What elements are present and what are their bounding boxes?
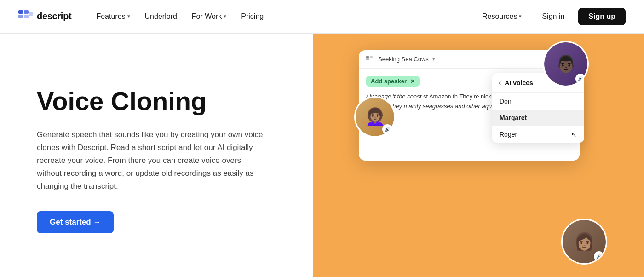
nav-features[interactable]: Features ▾ bbox=[90, 9, 136, 24]
hero-title: Voice Cloning bbox=[37, 87, 285, 115]
add-speaker-tag[interactable]: Add speaker ✕ bbox=[366, 76, 420, 87]
svg-rect-3 bbox=[24, 15, 29, 18]
logo[interactable]: descript bbox=[18, 10, 71, 23]
nav-pricing[interactable]: Pricing bbox=[235, 9, 270, 24]
hero-section: Voice Cloning Generate speech that sound… bbox=[0, 34, 644, 277]
signin-link[interactable]: Sign in bbox=[535, 9, 571, 24]
avatar-margaret: 👩🏽‍🦱 🔊 bbox=[354, 96, 396, 138]
hero-cta-button[interactable]: Get started → bbox=[37, 211, 114, 233]
for-work-chevron-icon: ▾ bbox=[224, 13, 226, 19]
resources-chevron-icon: ▾ bbox=[519, 13, 522, 19]
features-chevron-icon: ▾ bbox=[127, 13, 130, 19]
svg-rect-2 bbox=[24, 10, 29, 14]
card-header-chevron-icon: ▾ bbox=[432, 56, 435, 62]
nav-right: Resources ▾ Sign in Sign up bbox=[476, 8, 626, 25]
voice-margaret[interactable]: Margaret bbox=[492, 110, 584, 126]
signup-button[interactable]: Sign up bbox=[578, 8, 626, 25]
hero-right: 👨🏿 🔊 Seeking Sea Cows ▾ Add speaker bbox=[313, 34, 644, 277]
voice-don[interactable]: Don bbox=[492, 93, 584, 110]
volume-icon-roger: 🔊 bbox=[594, 251, 604, 261]
add-speaker-close-icon[interactable]: ✕ bbox=[410, 78, 415, 85]
logo-text: descript bbox=[37, 11, 71, 22]
svg-rect-1 bbox=[18, 15, 23, 18]
nav-for-work[interactable]: For Work ▾ bbox=[185, 9, 233, 24]
logo-icon bbox=[18, 10, 33, 23]
nav-resources[interactable]: Resources ▾ bbox=[476, 9, 528, 24]
cursor-icon: ↖ bbox=[571, 131, 577, 138]
back-arrow-icon[interactable]: ‹ bbox=[499, 79, 501, 87]
svg-rect-5 bbox=[366, 56, 369, 58]
ui-demo-card: 👨🏿 🔊 Seeking Sea Cows ▾ Add speaker bbox=[359, 50, 580, 161]
svg-rect-6 bbox=[366, 58, 369, 60]
nav-links: Features ▾ Underlord For Work ▾ Pricing bbox=[90, 9, 476, 24]
avatar-don: 👨🏿 🔊 bbox=[543, 41, 589, 87]
avatar-roger: 👩🏽 🔊 bbox=[561, 219, 607, 265]
voice-roger[interactable]: Roger ↖ bbox=[492, 126, 584, 143]
volume-icon-margaret: 🔊 bbox=[382, 124, 392, 134]
ai-voices-title: AI voices bbox=[505, 79, 533, 87]
card-project-name: Seeking Sea Cows bbox=[378, 56, 429, 63]
volume-icon-don: 🔊 bbox=[575, 74, 586, 84]
navbar: descript Features ▾ Underlord For Work ▾… bbox=[0, 0, 644, 33]
svg-rect-7 bbox=[370, 56, 373, 58]
svg-rect-4 bbox=[29, 12, 33, 16]
card-header-icon bbox=[366, 56, 374, 63]
hero-left: Voice Cloning Generate speech that sound… bbox=[0, 34, 313, 277]
add-speaker-label: Add speaker bbox=[371, 78, 407, 85]
svg-rect-0 bbox=[18, 10, 23, 14]
hero-description: Generate speech that sounds like you by … bbox=[37, 128, 267, 193]
nav-underlord[interactable]: Underlord bbox=[138, 9, 184, 24]
